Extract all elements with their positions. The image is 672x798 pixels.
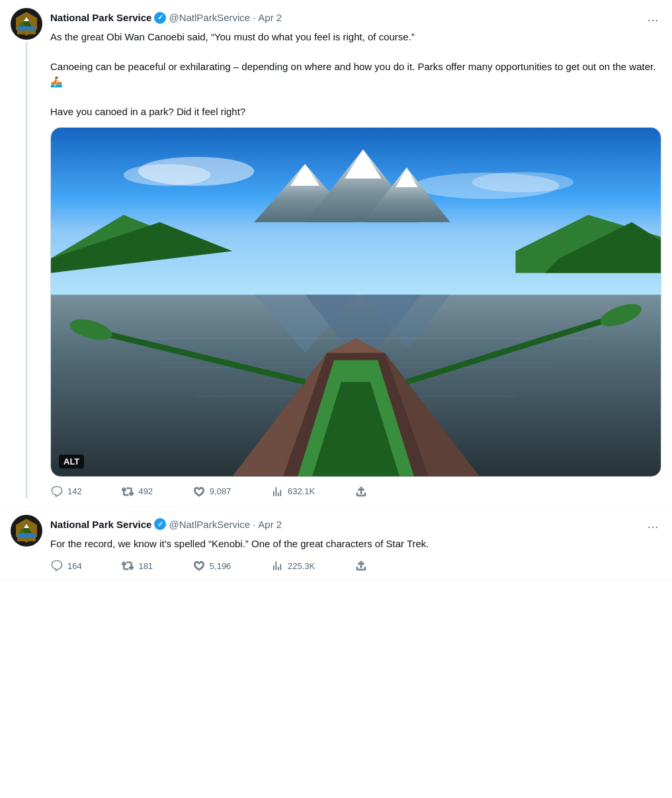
share-action-2[interactable]: [355, 559, 368, 572]
reply-icon-1: [50, 485, 63, 498]
reply-icon-2: [50, 559, 63, 572]
verified-badge-2: [154, 518, 166, 530]
reply-count-2: 164: [67, 561, 82, 571]
tweet-1-handle[interactable]: @NatlParkService: [169, 12, 250, 23]
tweet-2-date[interactable]: Apr 2: [258, 519, 282, 530]
tweet-1-image-container[interactable]: ALT: [50, 127, 661, 477]
reply-count-1: 142: [67, 486, 82, 496]
tweet-1: National Park Service @NatlParkService ·…: [0, 0, 672, 507]
retweet-count-1: 492: [138, 486, 153, 496]
tweet-2-actions: 164 181 5,196: [50, 559, 368, 572]
like-icon-1: [192, 485, 206, 498]
views-action-2[interactable]: 225.3K: [271, 559, 315, 572]
tweet-2-header: National Park Service @NatlParkService ·…: [50, 515, 661, 534]
retweet-action-2[interactable]: 181: [121, 559, 153, 572]
tweet-2-content: National Park Service @NatlParkService ·…: [50, 515, 661, 573]
tweet-2-more-options[interactable]: …: [644, 515, 661, 534]
tweet-1-account-name[interactable]: National Park Service: [50, 12, 151, 23]
tweet-1-header-left: National Park Service @NatlParkService ·…: [50, 12, 282, 24]
tweet-1-image: [51, 128, 661, 476]
svg-point-9: [124, 164, 211, 186]
svg-rect-4: [17, 26, 36, 30]
share-action-1[interactable]: [355, 485, 368, 498]
tweet-1-more-options[interactable]: …: [644, 8, 661, 27]
tweet-2-text: For the record, we know it’s spelled “Ke…: [50, 537, 661, 552]
like-count-1: 9,087: [210, 486, 231, 496]
dot-separator-2: ·: [253, 519, 255, 530]
share-icon-2: [355, 559, 368, 572]
views-icon-2: [271, 559, 284, 572]
views-icon-1: [271, 485, 284, 498]
retweet-icon-1: [121, 485, 134, 498]
alt-badge[interactable]: ALT: [59, 455, 84, 468]
tweet-1-date[interactable]: Apr 2: [258, 12, 282, 23]
avatar-column-2: [11, 515, 42, 573]
dot-separator-1: ·: [253, 12, 255, 23]
tweet-1-content: National Park Service @NatlParkService ·…: [50, 8, 661, 498]
tweet-2-header-left: National Park Service @NatlParkService ·…: [50, 518, 282, 530]
svg-rect-44: [17, 533, 36, 537]
svg-rect-6: [17, 30, 36, 34]
tweet-1-header: National Park Service @NatlParkService ·…: [50, 8, 661, 27]
share-icon-1: [355, 485, 368, 498]
like-action-1[interactable]: 9,087: [192, 485, 231, 498]
views-action-1[interactable]: 632.1K: [271, 485, 315, 498]
tweet-2-handle[interactable]: @NatlParkService: [169, 519, 250, 530]
avatar-column-1: [11, 8, 42, 498]
avatar-1[interactable]: [11, 8, 42, 40]
like-icon-2: [192, 559, 206, 572]
thread-line-1: [26, 42, 27, 498]
verified-badge-1: [154, 12, 166, 24]
svg-point-11: [472, 172, 574, 193]
reply-action-1[interactable]: 142: [50, 485, 82, 498]
views-count-2: 225.3K: [288, 561, 315, 571]
avatar-2[interactable]: [11, 515, 42, 547]
tweet-2-account-name[interactable]: National Park Service: [50, 519, 151, 530]
retweet-action-1[interactable]: 492: [121, 485, 153, 498]
tweet-1-text: As the great Obi Wan Canoebi said, “You …: [50, 30, 661, 119]
reply-action-2[interactable]: 164: [50, 559, 82, 572]
like-count-2: 5,196: [210, 561, 231, 571]
tweet-1-actions: 142 492 9,087: [50, 485, 368, 498]
tweet-2: National Park Service @NatlParkService ·…: [0, 507, 672, 582]
like-action-2[interactable]: 5,196: [192, 559, 231, 572]
views-count-1: 632.1K: [288, 486, 315, 496]
svg-rect-46: [17, 537, 36, 541]
retweet-icon-2: [121, 559, 134, 572]
retweet-count-2: 181: [138, 561, 153, 571]
